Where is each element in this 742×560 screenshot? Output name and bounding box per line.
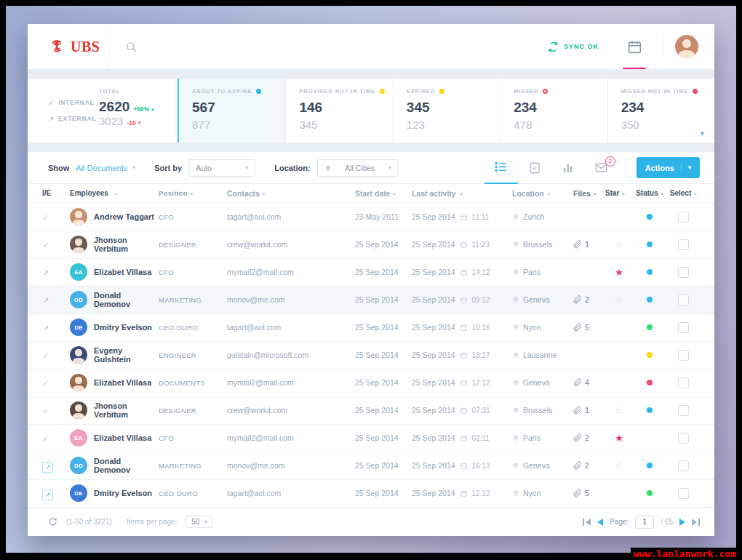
stat-card[interactable]: MISSED 234 478 xyxy=(500,79,607,143)
table-row[interactable]: ↗ DE Dmitry Evelson CEO OURO tagart@aol.… xyxy=(28,314,714,342)
activity-time: 16:13 xyxy=(472,462,490,470)
chevron-down-icon: ▾ xyxy=(245,164,248,171)
column-header[interactable]: Contacts▴ xyxy=(227,189,355,198)
user-avatar[interactable] xyxy=(675,35,698,58)
stat-card[interactable]: MISSED NOT IN TIME 234 350 xyxy=(607,79,714,143)
activity-date: 25 Sep 2014 xyxy=(412,323,455,332)
activity-date: 25 Sep 2014 xyxy=(412,268,455,276)
row-checkbox[interactable] xyxy=(678,460,689,471)
column-header[interactable]: Location▴ xyxy=(512,189,573,198)
files-cell[interactable] xyxy=(573,268,605,276)
column-header[interactable]: Files▴ xyxy=(573,189,605,198)
stat-dot-icon xyxy=(543,89,548,94)
location-name: Paris xyxy=(523,433,540,442)
paperclip-icon xyxy=(573,489,582,497)
column-header[interactable]: Star▴ xyxy=(605,189,633,197)
documents-filter-select[interactable]: All Documents▾ xyxy=(76,164,135,172)
paperclip-icon xyxy=(573,461,582,470)
column-header[interactable]: Employees▴ xyxy=(70,189,159,197)
row-checkbox[interactable] xyxy=(678,239,689,250)
app-header: UBS SYNC OK xyxy=(28,24,714,69)
location-select[interactable]: All Cities▾ xyxy=(317,159,399,177)
sort-label: Sort by xyxy=(154,164,182,172)
star-icon[interactable]: ★ xyxy=(615,267,623,278)
contact-email: mymail2@mail.com xyxy=(227,433,355,442)
actions-button[interactable]: Actions ▾ xyxy=(637,157,700,178)
activity-date: 25 Sep 2014 xyxy=(412,378,455,387)
files-cell[interactable]: 5 xyxy=(573,323,605,332)
table-row[interactable]: ✓ Andrew Taggart CFO tagart@aol.com 23 M… xyxy=(28,204,714,231)
table-row[interactable]: ✓ EA Elizabet Villasa CFO mymail2@mail.c… xyxy=(28,425,714,452)
table-row[interactable]: ✓ Elizabet Villasa DOCUMENTS mymail2@mai… xyxy=(28,369,714,397)
row-checkbox[interactable] xyxy=(678,322,689,333)
sort-caret-icon: ▴ xyxy=(594,191,596,196)
column-header[interactable]: Select▴ xyxy=(666,189,700,197)
calendar-icon xyxy=(460,324,468,332)
per-page-select[interactable]: 50▾ xyxy=(186,516,212,528)
table-row[interactable]: ✓ Evgeny Gulshtein ENGINEER gulstain@mic… xyxy=(28,342,714,369)
prev-page-button[interactable] xyxy=(597,519,603,526)
table-row[interactable]: ↗ DD Donald Demonov MARKETING monov@me.c… xyxy=(28,452,714,480)
row-checkbox[interactable] xyxy=(678,405,689,416)
employee-name: Andrew Taggart xyxy=(94,212,154,221)
column-header[interactable]: Status▴ xyxy=(633,189,666,197)
row-checkbox[interactable] xyxy=(678,377,689,388)
files-cell[interactable]: 2 xyxy=(573,295,605,304)
files-cell[interactable] xyxy=(573,212,605,221)
stat-card[interactable]: PROVIDED NOT IN TIME 146 345 xyxy=(285,79,392,143)
stat-card[interactable]: EXPIRED 345 123 xyxy=(393,79,500,143)
total-internal-value: 2620 xyxy=(99,99,129,115)
row-checkbox[interactable] xyxy=(678,212,689,223)
files-cell[interactable]: 4 xyxy=(573,378,605,387)
search-icon[interactable] xyxy=(125,41,137,53)
messages-button[interactable]: 2 xyxy=(585,152,618,184)
next-page-button[interactable] xyxy=(679,519,685,526)
stats-collapse-chevron[interactable]: ▾ xyxy=(700,129,704,138)
list-view-button[interactable] xyxy=(484,152,518,184)
sort-caret-icon: ▴ xyxy=(460,191,463,196)
files-cell[interactable]: 1 xyxy=(573,240,605,249)
files-cell[interactable]: 2 xyxy=(573,433,605,442)
row-checkbox[interactable] xyxy=(678,488,689,499)
row-checkbox[interactable] xyxy=(678,295,689,305)
refresh-icon[interactable] xyxy=(48,517,57,527)
row-checkbox[interactable] xyxy=(678,433,689,444)
column-header[interactable]: I/E xyxy=(42,189,70,197)
column-header[interactable]: Last activity▴ xyxy=(412,189,512,198)
internal-check-icon: ✓ xyxy=(48,99,55,107)
table-row[interactable]: ↗ DE Dmitry Evelson CEO OURO tagart@aol.… xyxy=(28,480,714,508)
table-row[interactable]: ↗ EA Elizabet Villasa CFO mymail2@mail.c… xyxy=(28,259,714,287)
schedule-view-button[interactable] xyxy=(518,152,551,184)
sync-status[interactable]: SYNC OK xyxy=(548,41,599,52)
last-page-button[interactable] xyxy=(692,519,700,526)
star-icon[interactable]: ☆ xyxy=(615,405,623,416)
employee-name: Evgeny Gulshtein xyxy=(94,346,159,364)
files-cell[interactable]: 1 xyxy=(573,406,605,415)
stat-card[interactable]: ABOUT TO EXPIRE 567 877 xyxy=(177,79,285,143)
star-icon[interactable]: ☆ xyxy=(615,239,623,250)
column-header[interactable]: Start date▴ xyxy=(355,189,412,198)
files-cell[interactable]: 2 xyxy=(573,461,605,470)
table-row[interactable]: ✓ Jhonson Verbitum DESIGNER crew@workit.… xyxy=(28,397,714,425)
column-header[interactable]: Position▴ xyxy=(159,189,227,197)
table-header: I/E Employees▴ Position▴ Contacts▴ Start… xyxy=(28,184,714,204)
star-icon[interactable]: ☆ xyxy=(615,460,623,471)
chart-view-button[interactable] xyxy=(551,152,585,184)
files-cell[interactable] xyxy=(573,351,605,359)
table-row[interactable]: ↗ DD Donald Demonov MARKETING monov@me.c… xyxy=(28,287,714,314)
files-cell[interactable]: 5 xyxy=(573,489,605,497)
total-external-value: 3023 xyxy=(99,115,123,127)
star-icon[interactable]: ☆ xyxy=(615,295,623,305)
first-page-button[interactable] xyxy=(583,519,591,526)
table-row[interactable]: ✓ Jhonson Verbitum DESIGNER crew@workit.… xyxy=(28,231,714,259)
sort-caret-icon: ▴ xyxy=(622,191,624,196)
ie-icon: ↗ xyxy=(42,324,49,332)
sort-select[interactable]: Auto▾ xyxy=(188,159,255,177)
star-icon[interactable]: ★ xyxy=(615,433,623,444)
calendar-button[interactable] xyxy=(618,24,651,69)
page-number-input[interactable]: 1 xyxy=(635,516,654,529)
row-checkbox[interactable] xyxy=(678,267,689,278)
row-checkbox[interactable] xyxy=(678,350,689,361)
ie-icon: ✓ xyxy=(42,407,49,415)
location-pin-icon xyxy=(512,351,519,359)
